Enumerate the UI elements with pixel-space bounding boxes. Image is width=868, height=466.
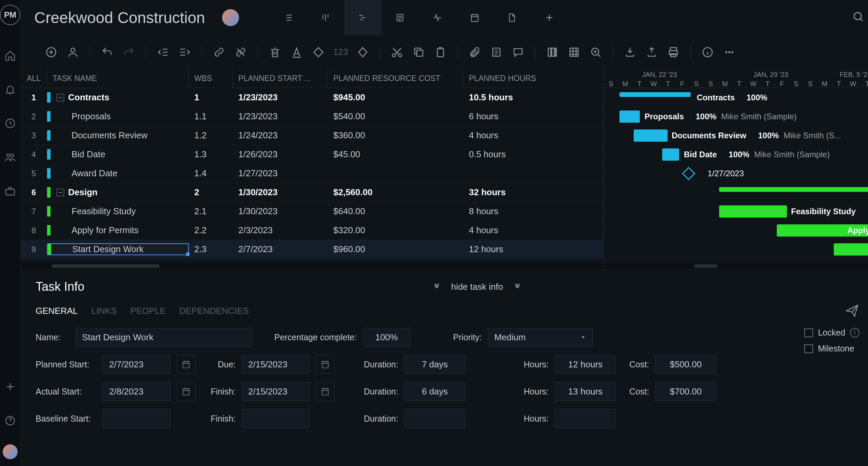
actual-start-input[interactable] bbox=[103, 382, 171, 401]
calendar-icon[interactable] bbox=[316, 355, 335, 374]
col-header-start[interactable]: PLANNED START ... bbox=[233, 69, 328, 88]
calendar-icon[interactable] bbox=[177, 355, 196, 374]
col-header-cost[interactable]: PLANNED RESOURCE COST bbox=[328, 69, 463, 88]
nav-recent-icon[interactable] bbox=[0, 113, 20, 134]
milestone-icon[interactable] bbox=[356, 45, 370, 59]
info-icon[interactable]: i bbox=[850, 328, 860, 338]
gantt-bar[interactable] bbox=[834, 243, 868, 256]
calendar-icon[interactable] bbox=[177, 382, 196, 401]
text-style-icon[interactable] bbox=[290, 45, 303, 59]
gantt-bar[interactable] bbox=[719, 205, 787, 218]
task-info-tab[interactable]: LINKS bbox=[91, 306, 117, 316]
nav-briefcase-icon[interactable] bbox=[0, 181, 20, 201]
finish-input[interactable] bbox=[242, 382, 310, 401]
redo-icon[interactable] bbox=[122, 45, 136, 59]
planned-cost-input[interactable] bbox=[655, 355, 716, 374]
task-name-cell[interactable]: Apply for Permits bbox=[47, 225, 189, 236]
hide-task-info-button[interactable]: hide task info bbox=[433, 282, 521, 292]
notes-icon[interactable] bbox=[490, 45, 503, 59]
gantt-bar[interactable] bbox=[634, 129, 668, 142]
view-gantt-icon[interactable] bbox=[344, 0, 381, 35]
paste-icon[interactable] bbox=[434, 45, 447, 59]
table-row[interactable]: 4Bid Date1.31/26/2023$45.000.5 hours bbox=[21, 145, 604, 164]
task-info-tab[interactable]: GENERAL bbox=[36, 306, 78, 316]
baseline-finish-input[interactable] bbox=[242, 409, 310, 428]
planned-start-input[interactable] bbox=[103, 355, 171, 374]
search-icon[interactable] bbox=[852, 11, 864, 25]
nav-notifications-icon[interactable] bbox=[0, 79, 20, 100]
task-name-cell[interactable]: Documents Review bbox=[47, 130, 189, 141]
view-list-icon[interactable] bbox=[270, 0, 307, 35]
grid-icon[interactable] bbox=[567, 45, 581, 59]
table-row[interactable]: 6−Design21/30/2023$2,560.0032 hours bbox=[21, 183, 604, 202]
baseline-duration-input[interactable] bbox=[404, 409, 465, 428]
undo-icon[interactable] bbox=[100, 45, 114, 59]
cut-icon[interactable] bbox=[390, 45, 404, 59]
copy-icon[interactable] bbox=[412, 45, 426, 59]
add-task-icon[interactable] bbox=[44, 45, 58, 59]
comment-icon[interactable] bbox=[511, 45, 525, 59]
outdent-icon[interactable] bbox=[156, 45, 170, 59]
nav-help-icon[interactable] bbox=[0, 410, 20, 431]
app-logo[interactable]: PM bbox=[0, 5, 20, 25]
locked-checkbox[interactable]: Locked i bbox=[804, 328, 860, 338]
actual-cost-input[interactable] bbox=[655, 382, 716, 401]
more-icon[interactable] bbox=[723, 45, 736, 59]
priority-select[interactable]: Medium bbox=[488, 328, 593, 347]
columns-icon[interactable] bbox=[546, 45, 559, 59]
view-board-icon[interactable] bbox=[307, 0, 344, 35]
table-row[interactable]: 2Proposals1.11/23/2023$540.006 hours bbox=[21, 107, 604, 126]
col-header-all[interactable]: ALL bbox=[21, 69, 47, 88]
table-row[interactable]: 9Start Design Work2.32/7/2023$960.0012 h… bbox=[21, 240, 604, 259]
print-icon[interactable] bbox=[667, 45, 680, 59]
user-avatar[interactable] bbox=[3, 444, 18, 459]
milestone-diamond[interactable] bbox=[682, 167, 695, 180]
view-sheet-icon[interactable] bbox=[381, 0, 419, 35]
indent-icon[interactable] bbox=[178, 45, 192, 59]
baseline-start-input[interactable] bbox=[103, 409, 171, 428]
calendar-icon[interactable] bbox=[316, 382, 335, 401]
planned-duration-input[interactable] bbox=[404, 355, 465, 374]
gantt-hscroll[interactable] bbox=[604, 263, 868, 269]
actual-duration-input[interactable] bbox=[404, 382, 465, 401]
nav-people-icon[interactable] bbox=[0, 147, 20, 167]
zoom-icon[interactable] bbox=[589, 45, 603, 59]
project-owner-avatar[interactable] bbox=[222, 9, 239, 26]
task-name-input[interactable] bbox=[76, 328, 252, 347]
planned-hours-input[interactable] bbox=[555, 355, 616, 374]
send-icon[interactable] bbox=[845, 303, 860, 318]
gantt-bar[interactable] bbox=[662, 148, 679, 161]
import-icon[interactable] bbox=[623, 45, 637, 59]
view-files-icon[interactable] bbox=[493, 0, 531, 35]
unlink-icon[interactable] bbox=[234, 45, 248, 59]
table-row[interactable]: 8Apply for Permits2.22/3/2023$320.004 ho… bbox=[21, 221, 604, 240]
view-calendar-icon[interactable] bbox=[456, 0, 493, 35]
attach-icon[interactable] bbox=[468, 45, 481, 59]
task-name-cell[interactable]: Award Date bbox=[47, 168, 189, 179]
col-header-hours[interactable]: PLANNED HOURS bbox=[463, 69, 552, 88]
add-person-icon[interactable] bbox=[66, 45, 80, 59]
table-row[interactable]: 5Award Date1.41/27/2023 bbox=[21, 164, 604, 183]
table-row[interactable]: 1−Contracts11/23/2023$945.0010.5 hours bbox=[21, 88, 604, 107]
view-add-icon[interactable] bbox=[531, 0, 568, 35]
gantt-bar[interactable] bbox=[619, 110, 640, 123]
task-name-cell[interactable]: −Design bbox=[47, 187, 189, 198]
tag-icon[interactable] bbox=[312, 45, 325, 59]
col-header-name[interactable]: TASK NAME bbox=[47, 69, 189, 88]
link-icon[interactable] bbox=[212, 45, 226, 59]
task-name-cell[interactable]: Proposals bbox=[47, 111, 189, 122]
view-pulse-icon[interactable] bbox=[419, 0, 456, 35]
nav-home-icon[interactable] bbox=[0, 45, 20, 66]
collapse-toggle[interactable]: − bbox=[57, 94, 64, 101]
grid-hscroll[interactable] bbox=[21, 263, 604, 269]
table-row[interactable]: 7Feasibility Study2.11/30/2023$640.008 h… bbox=[21, 202, 604, 221]
table-row[interactable]: 3Documents Review1.21/24/2023$360.004 ho… bbox=[21, 126, 604, 145]
baseline-hours-input[interactable] bbox=[555, 409, 616, 428]
export-icon[interactable] bbox=[645, 45, 658, 59]
gantt-bar[interactable] bbox=[719, 187, 868, 192]
nav-add-icon[interactable] bbox=[0, 377, 20, 397]
pct-input[interactable] bbox=[363, 328, 410, 347]
col-header-wbs[interactable]: WBS bbox=[189, 69, 233, 88]
task-name-cell[interactable]: −Contracts bbox=[47, 92, 189, 103]
task-name-cell[interactable]: Start Design Work bbox=[47, 243, 189, 255]
